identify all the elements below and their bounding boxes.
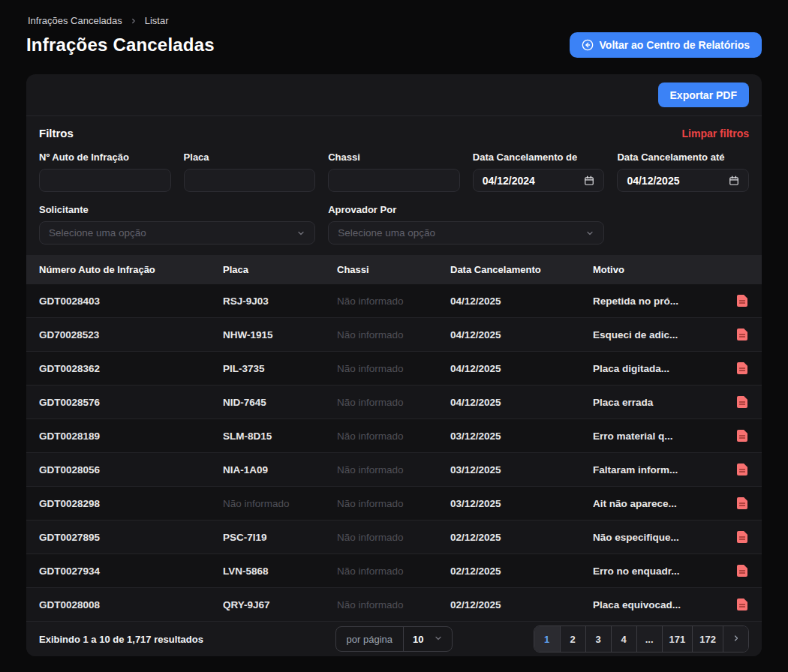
page: Infrações Canceladas Listar Infrações Ca…	[0, 0, 788, 656]
pagination-next-button[interactable]	[723, 626, 748, 652]
cell-chassi: Não informado	[337, 464, 450, 476]
table-row[interactable]: GDT0028576 NID-7645 Não informado 04/12/…	[26, 385, 762, 418]
table-row[interactable]: GD70028523 NHW-1915 Não informado 04/12/…	[26, 317, 762, 351]
cell-numero: GD70028523	[39, 329, 223, 340]
cell-placa: SLM-8D15	[223, 430, 337, 442]
cell-chassi: Não informado	[337, 532, 450, 543]
pagination-page-1[interactable]: 1	[534, 626, 560, 652]
pdf-file-icon[interactable]	[735, 530, 749, 544]
cell-data: 03/12/2025	[450, 464, 593, 476]
per-page-value: 10	[413, 634, 423, 645]
clear-filters-link[interactable]: Limpar filtros	[682, 128, 749, 140]
breadcrumb-item-infracoes[interactable]: Infrações Canceladas	[28, 15, 122, 26]
table-header: Número Auto de Infração Placa Chassi Dat…	[26, 255, 762, 284]
cell-numero: GDT0028403	[39, 296, 223, 307]
table-footer: Exibindo 1 a 10 de 1,717 resultados por …	[26, 621, 762, 656]
aprovador-placeholder: Selecione uma opção	[338, 227, 435, 238]
header-data: Data Cancelamento	[450, 264, 593, 275]
table-row[interactable]: GDT0028362 PIL-3735 Não informado 04/12/…	[26, 351, 762, 385]
cell-motivo: Ait não aparece...	[593, 498, 726, 509]
cell-placa: PIL-3735	[223, 363, 337, 374]
cell-motivo: Repetida no pró...	[593, 296, 726, 307]
table-row[interactable]: GDT0028189 SLM-8D15 Não informado 03/12/…	[26, 418, 762, 452]
cell-data: 02/12/2025	[450, 532, 593, 543]
calendar-icon[interactable]	[729, 176, 739, 186]
cell-motivo: Faltaram inform...	[593, 464, 726, 476]
pdf-file-icon[interactable]	[735, 428, 749, 443]
header-numero: Número Auto de Infração	[39, 264, 223, 275]
back-to-reports-button[interactable]: Voltar ao Centro de Relatórios	[570, 32, 762, 58]
table-row[interactable]: GDT0027934 LVN-5868 Não informado 02/12/…	[26, 554, 762, 587]
results-count: Exibindo 1 a 10 de 1,717 resultados	[39, 634, 335, 645]
chassi-input[interactable]	[328, 169, 460, 192]
data-de-label: Data Cancelamento de	[473, 152, 605, 163]
page-header: Infrações Canceladas Voltar ao Centro de…	[26, 32, 762, 58]
cell-data: 04/12/2025	[450, 363, 593, 374]
pdf-file-icon[interactable]	[735, 361, 749, 376]
filter-data-de: Data Cancelamento de 04/12/2024	[473, 152, 605, 192]
cell-chassi: Não informado	[337, 296, 450, 307]
filters-row-2: Solicitante Selecione uma opção Aprovado…	[39, 204, 749, 244]
pagination-page-3[interactable]: 3	[585, 626, 611, 652]
cell-data: 04/12/2025	[450, 397, 593, 408]
solicitante-label: Solicitante	[39, 204, 315, 215]
filters-section: Filtros Limpar filtros Nº Auto de Infraç…	[26, 116, 762, 255]
placa-label: Placa	[184, 152, 316, 163]
auto-infracao-input[interactable]	[39, 169, 171, 192]
data-ate-input[interactable]: 04/12/2025	[617, 169, 749, 192]
pdf-file-icon[interactable]	[735, 597, 749, 612]
cell-numero: GDT0028056	[39, 464, 223, 476]
filter-data-ate: Data Cancelamento até 04/12/2025	[617, 152, 749, 192]
pagination-page-4[interactable]: 4	[611, 626, 636, 652]
header-placa: Placa	[223, 264, 337, 275]
data-ate-label: Data Cancelamento até	[617, 152, 749, 163]
pagination-page-2[interactable]: 2	[560, 626, 585, 652]
page-title: Infrações Canceladas	[26, 34, 215, 56]
cell-motivo: Placa errada	[593, 397, 726, 408]
per-page-label: por página	[336, 627, 403, 651]
calendar-icon[interactable]	[584, 176, 594, 186]
pdf-file-icon[interactable]	[735, 563, 749, 578]
filter-chassi: Chassi	[328, 152, 460, 192]
aprovador-select[interactable]: Selecione uma opção	[328, 221, 604, 244]
filter-aprovador: Aprovador Por Selecione uma opção	[328, 204, 604, 244]
export-pdf-button[interactable]: Exportar PDF	[658, 82, 749, 107]
pagination-wrapper: 1 2 3 4 ... 171 172	[453, 626, 749, 652]
pdf-file-icon[interactable]	[735, 394, 749, 410]
solicitante-placeholder: Selecione uma opção	[49, 227, 146, 238]
placa-input[interactable]	[184, 169, 316, 192]
per-page-select[interactable]: por página 10	[335, 626, 453, 652]
pagination-ellipsis[interactable]: ...	[636, 626, 662, 652]
cell-placa: NID-7645	[223, 397, 337, 408]
cell-data: 04/12/2025	[450, 329, 593, 340]
pagination-page-171[interactable]: 171	[662, 626, 693, 652]
cell-motivo: Erro material q...	[593, 430, 726, 442]
cell-placa: QRY-9J67	[223, 599, 337, 610]
table-row[interactable]: GDT0028008 QRY-9J67 Não informado 02/12/…	[26, 587, 762, 621]
table-row[interactable]: GDT0028298 Não informado Não informado 0…	[26, 486, 762, 520]
table-row[interactable]: GDT0028403 RSJ-9J03 Não informado 04/12/…	[26, 284, 762, 317]
breadcrumb-item-listar[interactable]: Listar	[145, 15, 169, 26]
chevron-right-icon	[732, 634, 741, 645]
cell-motivo: Erro no enquadr...	[593, 566, 726, 577]
cell-chassi: Não informado	[337, 599, 450, 610]
cell-chassi: Não informado	[337, 498, 450, 509]
chevron-down-icon	[296, 229, 305, 238]
data-de-input[interactable]: 04/12/2024	[473, 169, 605, 192]
pdf-file-icon[interactable]	[735, 496, 749, 511]
cell-numero: GDT0028576	[39, 397, 223, 408]
cell-motivo: Placa equivocad...	[593, 599, 726, 610]
cell-numero: GDT0028189	[39, 430, 223, 442]
pagination-page-172[interactable]: 172	[692, 626, 723, 652]
filters-header: Filtros Limpar filtros	[39, 127, 749, 140]
filters-title: Filtros	[39, 127, 74, 140]
solicitante-select[interactable]: Selecione uma opção	[39, 221, 315, 244]
header-chassi: Chassi	[337, 264, 450, 275]
breadcrumb: Infrações Canceladas Listar	[26, 12, 762, 29]
cell-chassi: Não informado	[337, 363, 450, 374]
pdf-file-icon[interactable]	[735, 293, 749, 308]
table-row[interactable]: GDT0027895 PSC-7I19 Não informado 02/12/…	[26, 520, 762, 554]
pdf-file-icon[interactable]	[735, 462, 749, 477]
pdf-file-icon[interactable]	[735, 327, 749, 342]
table-row[interactable]: GDT0028056 NIA-1A09 Não informado 03/12/…	[26, 452, 762, 486]
